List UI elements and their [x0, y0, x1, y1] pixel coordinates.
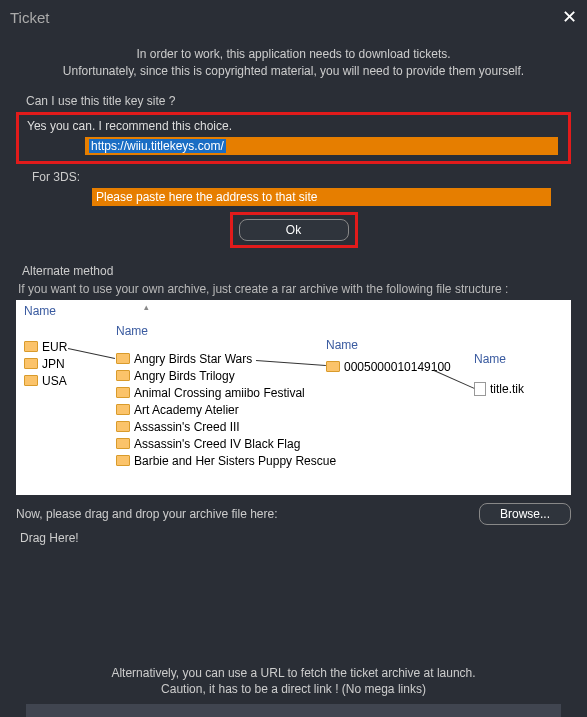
drag-here-area[interactable]: Drag Here!	[20, 531, 571, 545]
section-title: Can I use this title key site ?	[26, 94, 571, 108]
3ds-url-input[interactable]: Please paste here the address to that si…	[92, 188, 551, 206]
title-bar: Ticket ✕	[0, 0, 587, 34]
folder-region: EUR	[24, 340, 67, 354]
folder-icon	[116, 421, 130, 432]
folder-region: USA	[24, 374, 67, 388]
3ds-placeholder: Please paste here the address to that si…	[96, 190, 317, 204]
window-title: Ticket	[10, 9, 49, 26]
file-column: title.tik	[474, 382, 524, 399]
col-header-1: Name	[24, 304, 56, 318]
connector-line	[434, 370, 475, 389]
folder-title: Assassin's Creed III	[116, 420, 336, 434]
folder-icon	[24, 358, 38, 369]
highlight-box-ok: Ok	[230, 212, 358, 248]
folder-icon	[116, 353, 130, 364]
alternate-method-desc: If you want to use your own archive, jus…	[18, 282, 571, 296]
close-icon[interactable]: ✕	[562, 6, 577, 28]
col-header-4: Name	[474, 352, 506, 366]
intro-line-1: In order to work, this application needs…	[16, 46, 571, 63]
folder-title: Art Academy Atelier	[116, 403, 336, 417]
folder-title: Angry Birds Trilogy	[116, 369, 336, 383]
highlight-box-url: Yes you can. I recommend this choice. ht…	[16, 112, 571, 164]
titleid-column: 0005000010149100	[326, 360, 451, 377]
browse-button[interactable]: Browse...	[479, 503, 571, 525]
intro-text: In order to work, this application needs…	[16, 46, 571, 80]
folder-icon	[116, 387, 130, 398]
titles-column: Angry Birds Star Wars Angry Birds Trilog…	[116, 352, 336, 471]
drag-drop-label: Now, please drag and drop your archive f…	[16, 507, 278, 521]
file-title-tik: title.tik	[474, 382, 524, 396]
recommend-text: Yes you can. I recommend this choice.	[27, 119, 562, 133]
wiiu-url-input[interactable]: https://wiiu.titlekeys.com/	[85, 137, 558, 155]
connector-line	[68, 348, 115, 359]
folder-titleid: 0005000010149100	[326, 360, 451, 374]
archive-url-input[interactable]	[26, 704, 561, 717]
file-icon	[474, 382, 486, 396]
url-selected-text: https://wiiu.titlekeys.com/	[89, 139, 226, 153]
sort-arrow-icon: ▴	[144, 302, 149, 312]
folder-title: Assassin's Creed IV Black Flag	[116, 437, 336, 451]
folder-icon	[116, 455, 130, 466]
bottom-line-2: Caution, it has to be a direct link ! (N…	[16, 681, 571, 698]
folder-icon	[24, 375, 38, 386]
folder-title: Barbie and Her Sisters Puppy Rescue	[116, 454, 336, 468]
file-structure-panel: Name ▴ Name Name Name EUR JPN USA Angry …	[16, 300, 571, 495]
bottom-text: Alternatively, you can use a URL to fetc…	[16, 665, 571, 699]
folder-region: JPN	[24, 357, 67, 371]
col-header-3: Name	[326, 338, 358, 352]
folder-icon	[116, 438, 130, 449]
alternate-method-header: Alternate method	[22, 264, 571, 278]
folder-icon	[326, 361, 340, 372]
bottom-line-1: Alternatively, you can use a URL to fetc…	[16, 665, 571, 682]
col-header-2: Name	[116, 324, 148, 338]
for-3ds-label: For 3DS:	[32, 170, 571, 184]
intro-line-2: Unfortunately, since this is copyrighted…	[16, 63, 571, 80]
ok-button[interactable]: Ok	[239, 219, 349, 241]
folder-icon	[116, 370, 130, 381]
region-column: EUR JPN USA	[24, 340, 67, 391]
folder-icon	[116, 404, 130, 415]
folder-title: Animal Crossing amiibo Festival	[116, 386, 336, 400]
folder-icon	[24, 341, 38, 352]
